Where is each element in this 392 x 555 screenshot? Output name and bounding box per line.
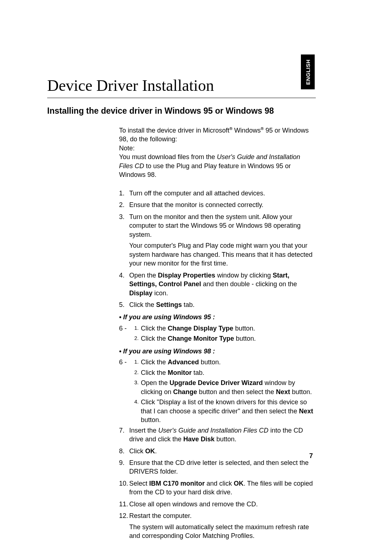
step-number: 6 - [119, 324, 134, 333]
step-5: 5. Click the Settings tab. [119, 300, 316, 309]
intro-p1: To install the device driver in Microsof… [119, 126, 316, 144]
text: icon. [152, 289, 168, 297]
step-text: Insert the User's Guide and Installation… [129, 426, 316, 444]
step-1: 1. Turn off the computer and all attache… [119, 189, 316, 198]
text: button. [215, 436, 236, 443]
step-6-98-3: 3. Open the Upgrade Device Driver Wizard… [134, 378, 316, 396]
substep-number: 2. [134, 368, 141, 377]
text: Click [129, 447, 145, 455]
text: button. [233, 325, 255, 332]
step-7: 7. Insert the User's Guide and Installat… [119, 426, 316, 444]
step-text: Ensure that the CD drive letter is selec… [129, 458, 316, 476]
text: button. [141, 416, 161, 424]
bold-term: Display [129, 289, 152, 297]
text: The system will automatically select the… [129, 523, 309, 539]
step-text: Turn off the computer and all attached d… [129, 189, 316, 198]
bold-term: Upgrade Device Driver Wizard [170, 379, 263, 386]
text: . [155, 447, 157, 455]
step-text: Click the Change Monitor Type button. [141, 334, 316, 343]
bold-term: OK [145, 447, 155, 455]
text: Click the [141, 335, 168, 342]
step-6-95-1: 6 - 1. Click the Change Display Type but… [119, 324, 316, 333]
text: Click the [141, 369, 168, 376]
substep-number: 1. [134, 358, 141, 366]
bold-term: Display Properties [158, 272, 215, 279]
step-text: Click the Advanced button. [141, 358, 316, 366]
step-text: Select IBM C170 monitor and click OK. Th… [129, 479, 316, 497]
bullet-win95: • If you are using Windows 95 : [119, 313, 316, 321]
step-3: 3. Turn on the monitor and then the syst… [119, 212, 316, 268]
page-title: Device Driver Installation [47, 76, 316, 95]
step-text: Click the Monitor tab. [141, 368, 316, 377]
step-8: 8. Click OK. [119, 447, 316, 455]
title-rule [47, 98, 316, 98]
text: Restart the computer. [129, 512, 192, 519]
step-text: Click OK. [129, 447, 316, 455]
text: Your computer's Plug and Play code might… [129, 242, 313, 267]
intro-block: To install the device driver in Microsof… [119, 126, 316, 179]
body-text: To install the device driver in Microsof… [119, 126, 316, 540]
text: button. [234, 335, 256, 342]
text: tab. [182, 301, 195, 308]
bold-term: Change [173, 388, 197, 396]
text: button. [199, 358, 221, 366]
bold-term: Have Disk [183, 436, 215, 443]
step-number: 5. [119, 300, 129, 309]
text: You must download files from the [119, 153, 217, 161]
text: button and then select the [197, 388, 276, 396]
text: Open the [129, 272, 158, 279]
step-text: Open the Upgrade Device Driver Wizard wi… [141, 378, 316, 396]
bullet-win98: • If you are using Windows 98 : [119, 347, 316, 356]
step-number: 4. [119, 271, 129, 297]
step-text: Click "Display a list of the known drive… [141, 398, 316, 424]
bold-term: Change Monitor Type [168, 335, 234, 342]
step-number: 10. [119, 479, 129, 497]
bold-term: Next [276, 388, 290, 396]
bold-term: Advanced [168, 358, 199, 366]
text: Select [129, 480, 149, 487]
step-number: 1. [119, 189, 129, 198]
step-number: 2. [119, 200, 129, 209]
step-text: Click the Change Display Type button. [141, 324, 316, 333]
substep-number: 1. [134, 324, 141, 333]
step-text: Restart the computer. The system will au… [129, 511, 316, 540]
intro-p2: You must download files from the User's … [119, 153, 316, 179]
bold-term: OK [234, 480, 244, 487]
text: To install the device driver in Microsof… [119, 127, 229, 134]
text: and click [205, 480, 234, 487]
step-6-98-2: 2. Click the Monitor tab. [134, 368, 316, 377]
step-text: Turn on the monitor and then the system … [129, 212, 316, 268]
step-text: Ensure that the monitor is connected cor… [129, 200, 316, 209]
text: window by clicking [215, 272, 273, 279]
step-number: 6 - [119, 358, 134, 366]
step-number: 11. [119, 500, 129, 509]
step-text: Close all open windows and remove the CD… [129, 500, 316, 509]
text: Windows [232, 127, 261, 134]
step-text: Click the Settings tab. [129, 300, 316, 309]
text: to use the Plug and Play feature in Wind… [119, 162, 291, 178]
step-6-98-4: 4. Click "Display a list of the known dr… [134, 398, 316, 424]
substep-number: 3. [134, 378, 141, 396]
step-4: 4. Open the Display Properties window by… [119, 271, 316, 297]
bold-term: Settings [156, 301, 182, 308]
substep-number: 2. [134, 334, 141, 343]
step-12: 12. Restart the computer. The system wil… [119, 511, 316, 540]
text: Click the [141, 358, 168, 366]
step-text: Open the Display Properties window by cl… [129, 271, 316, 297]
step-11: 11. Close all open windows and remove th… [119, 500, 316, 509]
step-number: 8. [119, 447, 129, 455]
step-number: 3. [119, 212, 129, 268]
step-6-98-1: 6 - 1. Click the Advanced button. [119, 358, 316, 366]
cd-name: User's Guide and Installation Files CD [158, 427, 269, 434]
step-number: 12. [119, 511, 129, 540]
step-2: 2. Ensure that the monitor is connected … [119, 200, 316, 209]
text: Open the [141, 379, 170, 386]
step-number: 9. [119, 458, 129, 476]
bold-term: Monitor [168, 369, 192, 376]
page-number: 7 [309, 452, 313, 460]
bold-term: Next [299, 408, 313, 415]
text: button. [290, 388, 312, 396]
step-6-95-2: 2. Click the Change Monitor Type button. [134, 334, 316, 343]
text: Click the [129, 301, 156, 308]
text: Click the [141, 325, 168, 332]
